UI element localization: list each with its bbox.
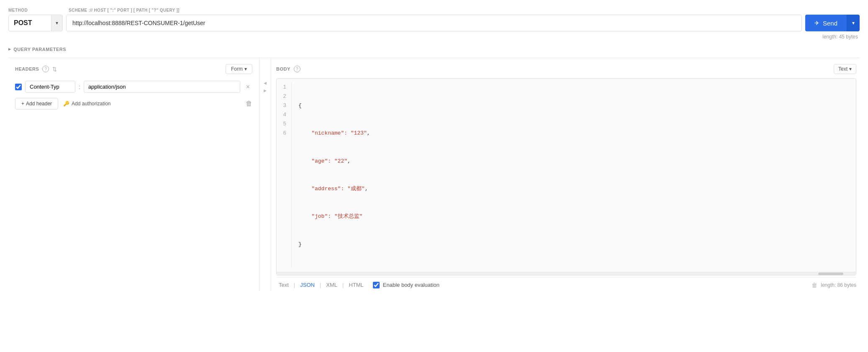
add-header-label: Add header <box>26 101 52 107</box>
headers-title: HEADERS <box>15 66 39 71</box>
header-value-input[interactable] <box>84 81 240 93</box>
header-enabled-checkbox[interactable] <box>15 84 22 90</box>
body-panel: BODY ? Text ▾ 1 2 3 4 5 6 <box>271 58 860 291</box>
main-panels: HEADERS ? ⇅ Form ▾ : × <box>8 58 860 291</box>
url-input[interactable] <box>66 15 802 31</box>
key-icon: 🔑 <box>63 101 69 107</box>
body-bottom-bar: Text | JSON | XML | HTML Enable body eva… <box>276 277 856 291</box>
trash-icon: 🗑 <box>246 100 252 107</box>
enable-body-evaluation-label: Enable body evaluation <box>383 282 439 288</box>
headers-panel-header: HEADERS ? ⇅ Form ▾ <box>15 64 252 74</box>
format-text-option[interactable]: Text <box>276 282 291 288</box>
query-params-toggle[interactable]: ▸ QUERY PARAMETERS <box>8 44 860 58</box>
body-format-label: Text <box>838 66 847 72</box>
method-selector[interactable]: POST ▾ <box>8 15 63 31</box>
chevron-right-icon: ▸ <box>264 87 267 94</box>
scrollbar-thumb[interactable] <box>818 273 843 275</box>
form-btn-chevron: ▾ <box>244 66 247 72</box>
header-key-input[interactable] <box>25 81 75 93</box>
method-dropdown-button[interactable]: ▾ <box>51 15 62 31</box>
code-content: 1 2 3 4 5 6 { "nickname": "123", "age": … <box>277 79 856 272</box>
body-title: BODY <box>276 66 290 71</box>
delete-all-headers-button[interactable]: 🗑 <box>246 100 252 107</box>
send-icon: ✈ <box>814 20 819 26</box>
scrollbar[interactable] <box>277 272 856 275</box>
query-params-arrow-icon: ▸ <box>8 46 11 52</box>
url-length-info: length: 45 bytes <box>8 34 860 40</box>
send-label: Send <box>823 20 837 27</box>
add-authorization-button[interactable]: 🔑 Add authorization <box>63 101 110 107</box>
method-label: METHOD <box>8 8 28 13</box>
code-lines[interactable]: { "nickname": "123", "age": "22", "addre… <box>292 83 856 268</box>
send-dropdown-button[interactable]: ▾ <box>847 15 860 31</box>
scheme-label: SCHEME :// HOST [ ":" PORT ] [ PATH [ "?… <box>69 8 180 13</box>
enable-body-evaluation-wrapper: Enable body evaluation <box>373 282 439 288</box>
send-button-group: ✈ Send ▾ <box>805 15 860 31</box>
header-row: : × <box>15 81 252 93</box>
enable-body-evaluation-checkbox[interactable] <box>373 282 380 288</box>
format-options: Text | JSON | XML | HTML <box>276 282 366 288</box>
close-icon: × <box>246 83 250 90</box>
body-code-editor[interactable]: 1 2 3 4 5 6 { "nickname": "123", "age": … <box>276 78 856 275</box>
headers-sort-icon[interactable]: ⇅ <box>52 66 57 72</box>
url-row: POST ▾ ✈ Send ▾ <box>8 15 860 31</box>
header-colon-separator: : <box>79 84 80 90</box>
send-button[interactable]: ✈ Send <box>805 15 847 31</box>
chevron-down-icon: ▾ <box>56 20 58 26</box>
line-numbers: 1 2 3 4 5 6 <box>277 83 292 268</box>
main-container: METHOD SCHEME :// HOST [ ":" PORT ] [ PA… <box>0 0 868 352</box>
headers-help-icon[interactable]: ? <box>42 66 49 72</box>
body-format-chevron: ▾ <box>849 66 852 72</box>
headers-panel: HEADERS ? ⇅ Form ▾ : × <box>8 58 259 291</box>
body-length-info: 🗑 length: 86 bytes <box>812 282 856 288</box>
format-xml-option[interactable]: XML <box>324 282 340 288</box>
body-length-value: length: 86 bytes <box>821 282 856 288</box>
body-help-icon[interactable]: ? <box>294 66 300 72</box>
format-json-option[interactable]: JSON <box>298 282 317 288</box>
headers-form-button[interactable]: Form ▾ <box>226 64 252 74</box>
collapse-left-button[interactable]: ◂ <box>263 79 267 87</box>
chevron-left-icon: ◂ <box>264 79 267 86</box>
add-header-button[interactable]: + Add header <box>15 98 58 110</box>
method-value: POST <box>9 15 51 31</box>
add-auth-label: Add authorization <box>72 101 110 107</box>
add-icon: + <box>21 101 24 107</box>
query-params-label: QUERY PARAMETERS <box>13 47 66 52</box>
expand-right-button[interactable]: ▸ <box>263 87 267 94</box>
header-delete-button[interactable]: × <box>244 82 252 92</box>
format-html-option[interactable]: HTML <box>346 282 366 288</box>
body-format-dropdown[interactable]: Text ▾ <box>834 64 856 74</box>
send-chevron-icon: ▾ <box>852 20 855 26</box>
body-trash-icon[interactable]: 🗑 <box>812 282 817 288</box>
header-actions: + Add header 🔑 Add authorization 🗑 <box>15 98 252 110</box>
form-btn-label: Form <box>231 66 243 72</box>
panel-nav-arrows: ◂ ▸ <box>259 58 271 291</box>
body-panel-header: BODY ? Text ▾ <box>276 64 856 74</box>
